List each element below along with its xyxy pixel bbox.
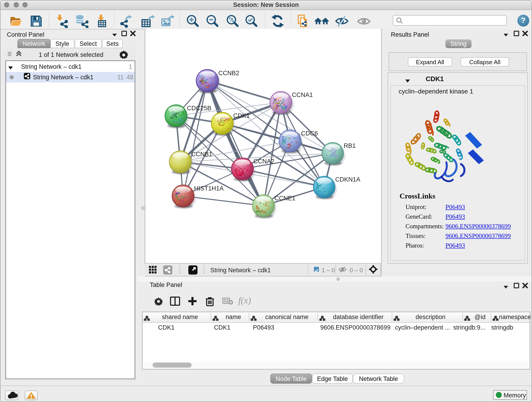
svg-text:RB1: RB1 [343,142,355,149]
svg-text:CCNB2: CCNB2 [218,70,239,76]
svg-text:CDKN1A: CDKN1A [335,176,360,183]
svg-text:HIST1H1A: HIST1H1A [194,185,223,191]
svg-text:CCNA2: CCNA2 [253,158,274,165]
svg-text:CDC6: CDC6 [301,130,318,137]
svg-text:CDC25B: CDC25B [187,104,211,111]
svg-text:CDK1: CDK1 [233,112,249,119]
svg-text:CCNE1: CCNE1 [274,195,295,201]
svg-text:CCNA1: CCNA1 [292,91,313,98]
svg-text:CCNB1: CCNB1 [191,151,212,157]
